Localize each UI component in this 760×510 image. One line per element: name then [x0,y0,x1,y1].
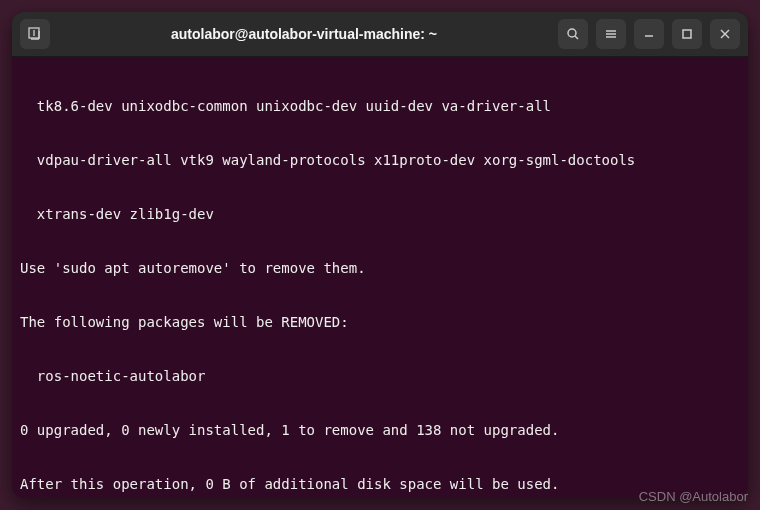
terminal-body[interactable]: tk8.6-dev unixodbc-common unixodbc-dev u… [12,57,748,498]
svg-point-4 [568,29,576,37]
window-title: autolabor@autolabor-virtual-machine: ~ [58,26,550,42]
output-line: vdpau-driver-all vtk9 wayland-protocols … [20,151,740,169]
search-button[interactable] [558,19,588,49]
output-line: After this operation, 0 B of additional … [20,475,740,493]
output-line: 0 upgraded, 0 newly installed, 1 to remo… [20,421,740,439]
minimize-button[interactable] [634,19,664,49]
svg-rect-10 [683,30,691,38]
new-tab-button[interactable] [20,19,50,49]
terminal-window: autolabor@autolabor-virtual-machine: ~ t… [12,12,748,498]
output-line: ros-noetic-autolabor [20,367,740,385]
output-line: The following packages will be REMOVED: [20,313,740,331]
output-line: tk8.6-dev unixodbc-common unixodbc-dev u… [20,97,740,115]
watermark: CSDN @Autolabor [639,489,748,504]
close-button[interactable] [710,19,740,49]
maximize-button[interactable] [672,19,702,49]
window-controls [634,19,740,49]
output-line: xtrans-dev zlib1g-dev [20,205,740,223]
titlebar: autolabor@autolabor-virtual-machine: ~ [12,12,748,57]
menu-button[interactable] [596,19,626,49]
svg-line-5 [575,36,578,39]
output-line: Use 'sudo apt autoremove' to remove them… [20,259,740,277]
